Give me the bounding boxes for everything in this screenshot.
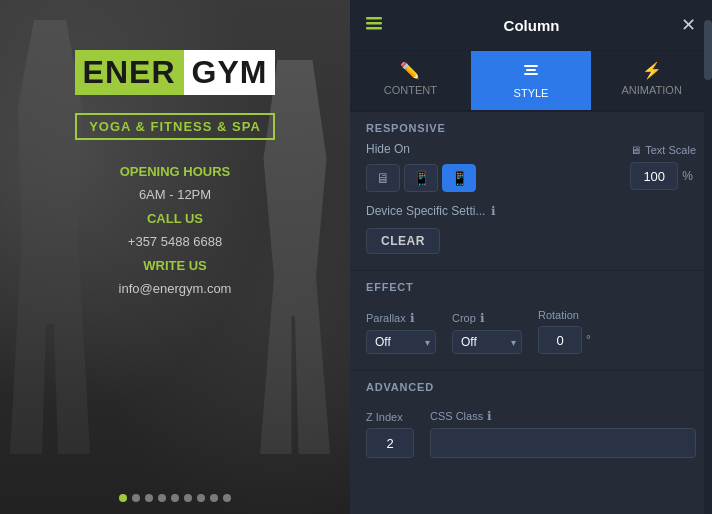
desktop-hide-btn[interactable]: 🖥: [366, 164, 400, 192]
phone-number: +357 5488 6688: [20, 230, 330, 253]
carousel-dots: [0, 494, 350, 502]
svg-rect-4: [526, 69, 536, 71]
crop-label: Crop ℹ: [452, 311, 522, 325]
parallax-select-wrapper: Off On: [366, 330, 436, 354]
advanced-section-header: ADVANCED: [350, 371, 712, 401]
panel-header: Column ✕: [350, 0, 712, 51]
content-tab-icon: ✏️: [400, 61, 420, 80]
settings-panel: Column ✕ ✏️ CONTENT STYLE ⚡ ANIMATION RE…: [350, 0, 712, 514]
effect-section-header: EFFECT: [350, 271, 712, 301]
responsive-section-content: Hide On 🖥 📱 📱: [350, 142, 712, 270]
dot-5[interactable]: [171, 494, 179, 502]
rotation-label: Rotation: [538, 309, 591, 321]
mobile-hide-btn[interactable]: 📱: [442, 164, 476, 192]
responsive-section-header: RESPONSIVE: [350, 112, 712, 142]
svg-rect-5: [524, 73, 538, 75]
panel-title: Column: [504, 17, 560, 34]
svg-rect-1: [366, 22, 382, 25]
opening-hours-value: 6AM - 12PM: [20, 183, 330, 206]
scroll-track[interactable]: [704, 0, 712, 514]
clear-button[interactable]: CLEAR: [366, 228, 440, 254]
tablet-hide-btn[interactable]: 📱: [404, 164, 438, 192]
scroll-thumb: [704, 20, 712, 80]
tab-animation[interactable]: ⚡ ANIMATION: [591, 51, 712, 110]
rotation-input-row: °: [538, 326, 591, 354]
text-scale-input[interactable]: [630, 162, 678, 190]
call-us-label: CALL US: [20, 207, 330, 230]
layers-icon: [366, 15, 382, 35]
svg-rect-0: [366, 17, 382, 20]
email-address: info@energym.com: [20, 277, 330, 300]
panel-header-left: [366, 15, 382, 35]
gym-content: ENER GYM YOGA & FITNESS & SPA OPENING HO…: [0, 0, 350, 320]
effect-section-content: Parallax ℹ Off On Crop ℹ: [350, 309, 712, 370]
dot-1[interactable]: [119, 494, 127, 502]
dot-4[interactable]: [158, 494, 166, 502]
svg-rect-2: [366, 27, 382, 30]
z-index-label: Z Index: [366, 411, 414, 423]
info-block: OPENING HOURS 6AM - 12PM CALL US +357 54…: [20, 160, 330, 300]
rotation-group: Rotation °: [538, 309, 591, 354]
style-tab-icon: [522, 61, 540, 83]
parallax-info-icon[interactable]: ℹ: [410, 311, 415, 325]
tab-animation-label: ANIMATION: [622, 84, 682, 96]
hide-on-label: Hide On: [366, 142, 476, 156]
panel-body: RESPONSIVE Hide On 🖥 📱 📱: [350, 112, 712, 514]
rotation-input[interactable]: [538, 326, 582, 354]
desktop-icon: 🖥: [376, 170, 390, 186]
dot-7[interactable]: [197, 494, 205, 502]
dot-9[interactable]: [223, 494, 231, 502]
percent-label: %: [682, 169, 693, 183]
crop-select[interactable]: Off On: [452, 330, 522, 354]
dot-8[interactable]: [210, 494, 218, 502]
animation-tab-icon: ⚡: [642, 61, 662, 80]
z-index-group: Z Index: [366, 411, 414, 458]
css-class-group: CSS Class ℹ: [430, 409, 696, 458]
mobile-icon: 📱: [451, 170, 468, 186]
panel-tabs: ✏️ CONTENT STYLE ⚡ ANIMATION: [350, 51, 712, 112]
parallax-group: Parallax ℹ Off On: [366, 311, 436, 354]
preview-panel: ENER GYM YOGA & FITNESS & SPA OPENING HO…: [0, 0, 350, 514]
dot-6[interactable]: [184, 494, 192, 502]
dot-2[interactable]: [132, 494, 140, 502]
text-scale-label: 🖥 Text Scale: [630, 144, 696, 156]
svg-rect-3: [524, 65, 538, 67]
tab-style[interactable]: STYLE: [471, 51, 592, 110]
logo-gym: GYM: [184, 50, 276, 95]
hide-on-row: Hide On 🖥 📱 📱: [366, 142, 696, 192]
css-class-label: CSS Class ℹ: [430, 409, 696, 423]
advanced-section-content: Z Index CSS Class ℹ: [350, 409, 712, 474]
css-class-input[interactable]: [430, 428, 696, 458]
device-specific-row: Device Specific Setti... ℹ: [366, 204, 696, 218]
crop-select-wrapper: Off On: [452, 330, 522, 354]
write-us-label: WRITE US: [20, 254, 330, 277]
hide-on-group: Hide On 🖥 📱 📱: [366, 142, 476, 192]
tab-content-label: CONTENT: [384, 84, 437, 96]
dot-3[interactable]: [145, 494, 153, 502]
tablet-icon: 📱: [413, 170, 430, 186]
tab-style-label: STYLE: [514, 87, 549, 99]
text-scale-label-group: 🖥 Text Scale %: [630, 144, 696, 190]
crop-group: Crop ℹ Off On: [452, 311, 522, 354]
close-button[interactable]: ✕: [681, 14, 696, 36]
device-specific-info-icon[interactable]: ℹ: [491, 204, 496, 218]
tagline: YOGA & FITNESS & SPA: [75, 113, 275, 140]
monitor-icon: 🖥: [630, 144, 641, 156]
effect-row: Parallax ℹ Off On Crop ℹ: [366, 309, 696, 354]
tab-content[interactable]: ✏️ CONTENT: [350, 51, 471, 110]
css-class-info-icon[interactable]: ℹ: [487, 409, 492, 423]
parallax-select[interactable]: Off On: [366, 330, 436, 354]
crop-info-icon[interactable]: ℹ: [480, 311, 485, 325]
device-specific-label: Device Specific Setti...: [366, 204, 485, 218]
opening-hours-label: OPENING HOURS: [20, 160, 330, 183]
z-index-input[interactable]: [366, 428, 414, 458]
device-icons: 🖥 📱 📱: [366, 164, 476, 192]
logo-block: ENER GYM: [75, 50, 276, 95]
advanced-row: Z Index CSS Class ℹ: [366, 409, 696, 458]
text-scale-group: 🖥 Text Scale %: [630, 144, 696, 190]
parallax-label: Parallax ℹ: [366, 311, 436, 325]
degree-label: °: [586, 333, 591, 347]
logo-ener: ENER: [75, 50, 184, 95]
